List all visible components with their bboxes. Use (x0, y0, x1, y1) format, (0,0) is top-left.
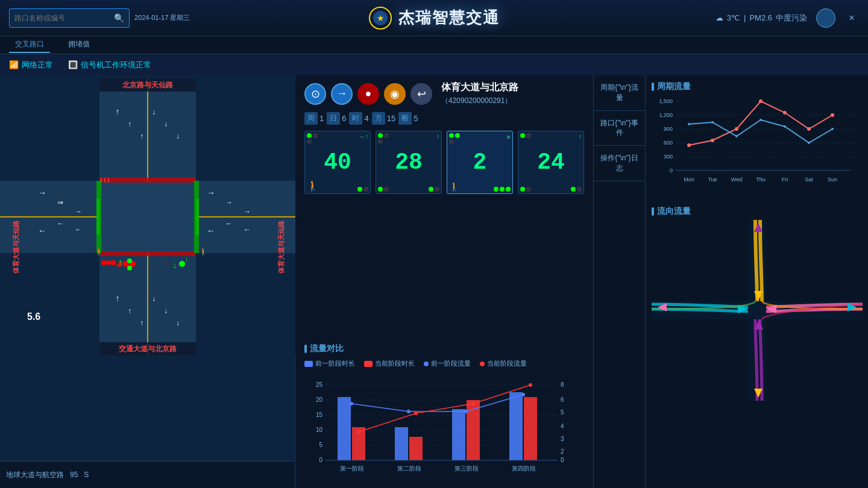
phase-card-1-bottom: 🚶 (307, 180, 368, 192)
legend-prev-duration: 前一阶段时长 (304, 359, 355, 368)
svg-rect-38 (99, 178, 196, 183)
svg-point-140 (807, 127, 811, 131)
phase-dir-label: 方 (372, 112, 385, 125)
phase-hour-label: 时 (349, 112, 362, 125)
svg-text:↑: ↑ (140, 319, 143, 327)
bottom-lights-2 (378, 187, 389, 192)
phase-week-label: 周 (304, 112, 318, 125)
svg-text:Fri: Fri (782, 177, 788, 183)
legend-curr-duration-color (364, 361, 373, 367)
svg-text:↑: ↑ (164, 258, 168, 267)
legend-prev-flow-label: 前一阶段流量 (431, 359, 471, 368)
header-center: ★ 杰瑞智慧交通 (368, 6, 500, 30)
pm-label: PM2.6 (749, 13, 772, 22)
network-status: 📶 网络正常 (9, 60, 53, 70)
arrow-1: ←↑ (359, 133, 368, 140)
phase-day: 日 6 (327, 112, 346, 125)
phase-hour-value: 4 (364, 114, 368, 123)
speed-value: 5.6 (27, 311, 40, 322)
phase-hour: 时 4 (349, 112, 368, 125)
intersection-svg: → ⇒ → ← ← ← → → → ← ← ← ↑ ↑ ↑ ↓ ↓ ↓ (0, 78, 295, 355)
signal-btn-stop[interactable]: ● (357, 83, 379, 105)
app-title: 杰瑞智慧交通 (398, 7, 500, 28)
phase-break-value: 5 (414, 114, 418, 123)
svg-text:⇒: ⇒ (57, 198, 63, 207)
svg-text:↓: ↓ (176, 132, 180, 140)
svg-text:900: 900 (664, 126, 673, 132)
svg-point-147 (808, 142, 810, 144)
search-input[interactable] (14, 14, 110, 22)
signal-btn-target[interactable]: ⊙ (304, 83, 326, 105)
phase-break-label: 断 (398, 112, 412, 125)
walk-1: 🚶 (307, 180, 319, 192)
signal-label: 信号机工作环境正常 (81, 60, 151, 70)
close-button[interactable]: × (844, 11, 859, 25)
svg-point-135 (687, 143, 691, 147)
tab-intersection[interactable]: 交叉路口 (9, 37, 50, 53)
svg-point-106 (357, 430, 360, 434)
far-right-panel: 周期流量 1,500 1,200 900 600 300 0 Mon Tue (645, 75, 868, 488)
flow-legend: 前一阶段时长 当前阶段时长 前一阶段流量 当前阶段流量 (304, 359, 584, 368)
arrow-3[interactable]: × (506, 133, 511, 142)
phase-cards: ←↑ 40 🚶 (304, 131, 584, 194)
svg-text:0: 0 (670, 167, 673, 174)
svg-text:600: 600 (664, 140, 673, 146)
svg-text:←: ← (244, 225, 251, 234)
svg-text:3: 3 (561, 436, 564, 442)
flow-direction-svg (652, 220, 863, 401)
phase-card-3[interactable]: × 2 🚶 (447, 131, 513, 194)
legend-prev-duration-label: 前一阶段时长 (315, 359, 355, 368)
header: 🔍 2024-01-17 星期三 ★ 杰瑞智慧交通 ☁ 3℃ | PM2.6 中… (0, 0, 868, 36)
svg-point-107 (414, 411, 418, 415)
svg-text:1,200: 1,200 (659, 112, 673, 118)
svg-text:↑: ↑ (116, 107, 120, 116)
svg-rect-68 (96, 199, 99, 235)
svg-point-104 (464, 410, 468, 413)
sidebar-operation-log[interactable]: 操作{"\n"}日志 (594, 146, 645, 181)
phase-card-3-top: × (449, 133, 511, 144)
phase-card-1[interactable]: ←↑ 40 🚶 (304, 131, 371, 194)
weekly-flow-title: 周期流量 (652, 81, 862, 92)
avatar[interactable] (816, 8, 835, 28)
flow-comparison-chart: 25 20 15 10 5 0 8 6 5 4 3 2 0 (304, 373, 570, 478)
svg-point-144 (735, 135, 738, 137)
svg-rect-101 (524, 397, 537, 460)
date-display: 2024-01-17 星期三 (134, 13, 190, 22)
legend-curr-flow-label: 当前阶段流量 (487, 359, 527, 368)
phase-day-label: 日 (327, 112, 340, 125)
sidebar-events[interactable]: 路口{"\n"}事件 (594, 111, 645, 146)
svg-text:第四阶段: 第四阶段 (512, 465, 536, 472)
svg-point-141 (831, 113, 834, 117)
svg-text:↑: ↑ (128, 120, 131, 128)
signal-btn-back[interactable]: ↩ (410, 83, 432, 105)
phase-card-2-bottom (378, 187, 439, 192)
sidebar-weekly-flow[interactable]: 周期{"\n"}流量 (594, 75, 645, 111)
svg-text:→: → (244, 207, 251, 216)
phase-number-3: 2 (473, 151, 487, 174)
weather-icon: ☁ (715, 13, 723, 22)
bottom-lights-1 (357, 187, 368, 192)
spacer (304, 200, 584, 337)
zoom-unit: S (84, 471, 89, 479)
svg-point-57 (111, 260, 116, 265)
network-label: 网络正常 (22, 60, 53, 70)
svg-text:第三阶段: 第三阶段 (454, 465, 479, 472)
phase-card-2[interactable]: ↑ 28 (376, 131, 442, 194)
svg-point-143 (711, 121, 714, 124)
signal-btn-yellow[interactable]: ◉ (384, 83, 406, 105)
zoom-value: 95 (70, 471, 78, 479)
svg-text:4: 4 (561, 423, 564, 430)
search-box[interactable]: 🔍 (9, 8, 130, 28)
header-left: 🔍 2024-01-17 星期三 (9, 8, 190, 28)
signal-btn-forward[interactable]: → (331, 83, 353, 105)
phase-card-4[interactable]: ↑ 24 (518, 131, 584, 194)
svg-rect-100 (509, 392, 523, 460)
svg-text:→: → (75, 207, 82, 216)
svg-point-142 (688, 123, 690, 125)
phase-number-4: 24 (537, 151, 565, 174)
flow-comparison-section: 流量对比 前一阶段时长 当前阶段时长 前一阶段流量 当前阶段流量 (304, 343, 584, 482)
svg-text:25: 25 (316, 381, 323, 388)
tab-congestion[interactable]: 拥堵值 (62, 37, 96, 53)
legend-curr-flow: 当前阶段流量 (480, 359, 527, 368)
phase-dir-value: 15 (387, 114, 395, 123)
